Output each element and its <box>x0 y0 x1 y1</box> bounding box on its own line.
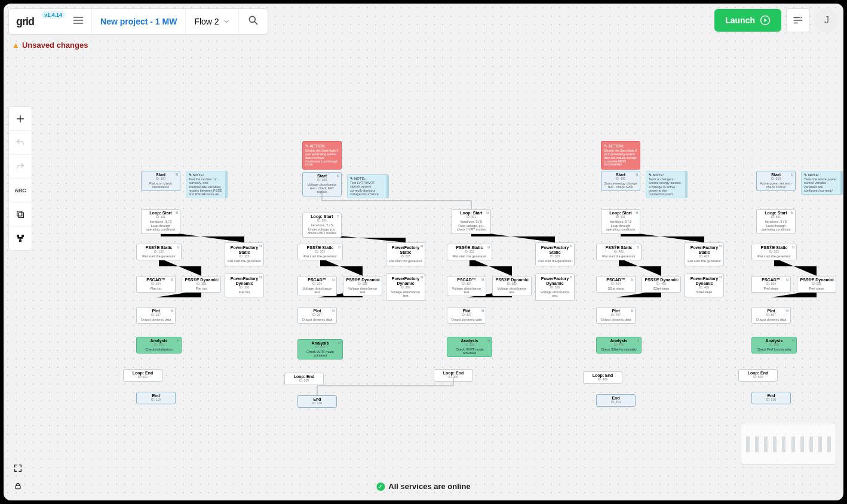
node-pf-dynamic[interactable]: ⧉ PowerFactory Dynamic ID: 206 Voltage d… <box>386 273 425 301</box>
node-plot[interactable]: ⧉ Plot ID: 207 Output dynamic data <box>297 307 337 324</box>
node-plot[interactable]: ⧉ Plot ID: 407 Output dynamic data <box>596 307 636 324</box>
node-pscad[interactable]: ⧉ PSCAD™ ID: 404 S2tel steps <box>596 276 636 293</box>
node-loopend[interactable]: Loop: End ID: 209 <box>284 373 324 385</box>
pencil-icon: ✎ <box>305 144 309 148</box>
node-loopend[interactable]: Loop: End ID: 509 <box>738 369 778 382</box>
note-card[interactable]: ✎NOTE: Tests a change in source energy c… <box>646 171 688 198</box>
node-loopend[interactable]: Loop: End ID: 309 <box>434 369 473 382</box>
note-body: Disable this Start Node if your generati… <box>604 149 637 167</box>
note-body: Test LVRT/HVRT signals appear correctly … <box>350 181 384 196</box>
node-psse-static[interactable]: ⧉ PSS®E Static ID: 402 Flat start the ge… <box>596 244 642 260</box>
node-loopstart[interactable]: ⧉ Loop: Start ID: 501 Iterations: 5 / 5 … <box>756 209 796 234</box>
node-loopstart[interactable]: ⧉ Loop: Start ID: 401 Iterations: 5 / 5 … <box>601 209 640 234</box>
node-plot[interactable]: ⧉ Plot ID: 307 Output dynamic data <box>447 307 486 324</box>
fullscreen-button[interactable] <box>11 461 25 475</box>
node-pf-dynamic[interactable]: ⧉ PowerFactory Dynamic ID: 306 Voltage d… <box>535 273 575 301</box>
node-id: ID: 103 <box>228 255 261 259</box>
open-icon: ⧉ <box>171 309 173 313</box>
node-analysis[interactable]: ⧉ Analysis ID: 408 Check S2tel functiona… <box>596 337 642 354</box>
node-pf-dynamic[interactable]: ⧉ PowerFactory Dynamic ID: 106 Flat run <box>225 273 264 297</box>
node-psse-dynamic[interactable]: ⧉ PSS®E Dynamic ID: 305 Voltage disturba… <box>492 276 532 296</box>
node-action[interactable]: ✎ ACTION: Disable this Start Node if you… <box>302 141 342 170</box>
pencil-icon: ✎ <box>350 177 353 181</box>
node-id: ID: 509 <box>741 376 775 379</box>
open-icon: ⧉ <box>631 278 633 282</box>
pencil-icon: ✎ <box>189 173 192 177</box>
node-psse-dynamic[interactable]: ⧉ PSS®E Dynamic ID: 405 S2tel steps <box>642 276 681 293</box>
node-analysis[interactable]: ⧉ Analysis ID: 508 Check Pref functional… <box>751 337 797 354</box>
node-pf-static[interactable]: ⧉ PowerFactory Static ID: 303 Flat start… <box>535 242 575 266</box>
node-pscad[interactable]: ⧉ PSCAD™ ID: 204 Voltage disturbance tes… <box>297 276 337 296</box>
node-analysis[interactable]: ⧉ Analysis ID: 308 Check HVRT mode activ… <box>447 337 492 357</box>
node-id: ID: 100 <box>144 177 177 181</box>
node-start[interactable]: ⧉ Start ID: 100 Flat run - check initial… <box>141 171 180 191</box>
node-psse-static[interactable]: ⧉ PSS®E Static ID: 502 Flat start the ge… <box>751 244 797 260</box>
node-desc: S2tel steps <box>645 287 678 290</box>
open-icon: ⧉ <box>487 339 490 343</box>
flow-canvas[interactable]: ⧉ Start ID: 100 Flat run - check initial… <box>4 4 843 500</box>
note-head: NOTE: <box>808 173 820 177</box>
status-bar: ✓ All services are online <box>376 482 470 491</box>
node-pf-dynamic[interactable]: ⧉ PowerFactory Dynamic ID: 406 S2tel ste… <box>685 273 724 297</box>
node-pscad[interactable]: ⧉ PSCAD™ ID: 104 Flat run <box>136 276 176 293</box>
fullscreen-icon <box>13 463 23 473</box>
note-card[interactable]: ✎NOTE: Test the models run correctly, an… <box>186 171 228 198</box>
node-pf-static[interactable]: ⧉ PowerFactory Static ID: 403 Flat start… <box>685 242 724 266</box>
node-psse-static[interactable]: ⧉ PSS®E Static ID: 102 Flat start the ge… <box>136 244 182 260</box>
node-start[interactable]: ⧉ Start ID: 200 Voltage disturbance test… <box>302 172 342 196</box>
node-end[interactable]: End ID: 110 <box>136 392 176 404</box>
node-loopend[interactable]: Loop: End ID: 409 <box>583 371 622 384</box>
node-id: ID: 510 <box>754 398 788 402</box>
node-desc: Loop through operating conditions <box>759 224 793 232</box>
lock-button[interactable] <box>11 479 25 493</box>
open-icon: ⧉ <box>378 278 380 282</box>
open-icon: ⧉ <box>421 275 423 279</box>
node-pf-static[interactable]: ⧉ PowerFactory Static ID: 103 Flat start… <box>225 242 264 266</box>
node-id: ID: 208 <box>300 346 340 349</box>
node-psse-static[interactable]: ⧉ PSS®E Static ID: 202 Flat start the ge… <box>297 244 343 260</box>
node-loopstart[interactable]: ⧉ Loop: Start ID: 201 Iterations: 5 / 5 … <box>302 213 342 238</box>
note-card[interactable]: ✎NOTE: Test LVRT/HVRT signals appear cor… <box>347 174 389 198</box>
node-psse-dynamic[interactable]: ⧉ PSS®E Dynamic ID: 505 Pref steps <box>797 276 836 293</box>
pencil-icon: ✎ <box>604 144 607 148</box>
status-text: All services are online <box>388 482 470 491</box>
node-plot[interactable]: ⧉ Plot ID: 107 Output dynamic data <box>136 307 176 324</box>
node-start[interactable]: ⧉ Start ID: 400 Source energy change tes… <box>601 171 640 191</box>
node-action[interactable]: ✎ ACTION: Disable this Start Node if you… <box>601 141 640 170</box>
node-loopstart[interactable]: ⧉ Loop: Start ID: 101 Iterations: 3 / 3 … <box>141 209 180 234</box>
node-psse-dynamic[interactable]: ⧉ PSS®E Dynamic ID: 205 Voltage disturba… <box>343 276 382 296</box>
node-analysis[interactable]: ⧉ Analysis ID: 108 Check initialisation <box>136 337 182 354</box>
node-loopstart[interactable]: ⧉ Loop: Start ID: 301 Iterations: 5 / 5 … <box>452 209 491 234</box>
open-icon: ⧉ <box>637 339 639 343</box>
node-meta: Iterations: 5 / 5 <box>759 220 793 223</box>
node-id: ID: 105 <box>185 282 218 286</box>
node-end[interactable]: End ID: 410 <box>596 394 636 407</box>
node-id: ID: 505 <box>800 282 833 286</box>
node-desc: Check initialisation <box>139 348 179 351</box>
open-icon: ⧉ <box>570 275 572 279</box>
node-pscad[interactable]: ⧉ PSCAD™ ID: 504 Pref steps <box>751 276 791 293</box>
node-plot[interactable]: ⧉ Plot ID: 507 Output dynamic data <box>751 307 791 324</box>
node-loopend[interactable]: Loop: End ID: 109 <box>123 369 162 382</box>
node-pscad[interactable]: ⧉ PSCAD™ ID: 304 Voltage disturbance tes… <box>447 276 486 296</box>
open-icon: ⧉ <box>481 309 484 313</box>
node-desc: Output dynamic data <box>139 318 173 321</box>
node-id: ID: 501 <box>759 216 793 219</box>
node-id: ID: 508 <box>754 343 794 347</box>
pencil-icon: ✎ <box>649 173 652 177</box>
minimap[interactable] <box>741 423 836 465</box>
node-id: ID: 403 <box>688 255 721 259</box>
node-start[interactable]: ⧉ Start ID: 500 Active power set test - … <box>756 171 796 191</box>
node-desc: Flat start the generator <box>300 254 340 258</box>
node-psse-dynamic[interactable]: ⧉ PSS®E Dynamic ID: 105 Flat run <box>182 276 221 293</box>
open-icon: ⧉ <box>171 278 173 282</box>
note-card[interactable]: ✎NOTE: Tests the active power control va… <box>801 171 843 195</box>
node-desc: Voltage disturbance test <box>300 287 334 294</box>
node-end[interactable]: End ID: 210 <box>297 395 337 408</box>
node-psse-static[interactable]: ⧉ PSS®E Static ID: 302 Flat start the ge… <box>447 244 492 260</box>
node-analysis[interactable]: ⧉ Analysis ID: 208 Check LVRT mode activ… <box>297 339 343 359</box>
node-id: ID: 209 <box>287 379 321 383</box>
node-end[interactable]: End ID: 510 <box>751 392 791 404</box>
open-icon: ⧉ <box>177 245 179 250</box>
node-pf-static[interactable]: ⧉ PowerFactory Static ID: 203 Flat start… <box>386 242 425 266</box>
